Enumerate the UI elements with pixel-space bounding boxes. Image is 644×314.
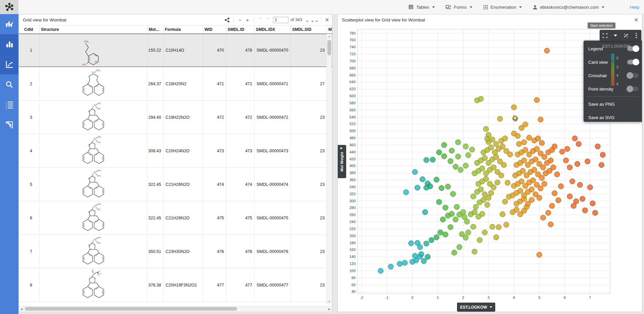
scrollbar-thumb[interactable] — [25, 307, 237, 311]
cell-cdid: 5 — [23, 168, 40, 201]
save-as-svg-item[interactable]: Save as SVG — [584, 111, 642, 124]
table-header: CdIdStructureMol...FormulaWIDSMDL.IDSMDL… — [19, 25, 332, 34]
molecule-structure — [79, 203, 108, 233]
svg-text:500: 500 — [350, 129, 356, 133]
sidebar-item-search[interactable] — [0, 74, 18, 95]
table-row[interactable]: 1150.22C10H14O470478SMDL-0000047023 — [19, 34, 332, 67]
molecule-structure — [79, 136, 108, 166]
svg-text:660: 660 — [350, 73, 356, 77]
scatter-points — [378, 48, 606, 273]
molecule-structure — [79, 68, 108, 99]
svg-text:740: 740 — [350, 45, 356, 49]
top-bar: Tables Forms Enumeration eblaskovics@che… — [18, 0, 644, 14]
table-row[interactable]: 7350.51C23H30N2O476476SMDL-0000047623 — [19, 235, 332, 268]
selection-mode-dropdown-icon[interactable] — [611, 32, 619, 40]
cell-wid: 474 — [203, 168, 226, 201]
svg-text:540: 540 — [350, 115, 356, 119]
legend-tick-label: 2 — [616, 65, 618, 69]
sidebar-item-analytics-view[interactable] — [0, 14, 18, 34]
table-row[interactable]: 4308.43C20H24N2O473473SMDL-0000047323 — [19, 134, 332, 168]
first-page-button[interactable]: ⌃ — [257, 16, 264, 23]
column-header-structure[interactable]: Structure — [40, 25, 147, 33]
table-row[interactable]: 2264.37C18H20N2471471SMDL-0000047127 — [19, 67, 332, 101]
legend-tick-label: 6 — [616, 82, 618, 86]
table-row[interactable]: 3294.40C19H22N2O472472SMDL-0000047223 — [19, 101, 332, 134]
molecule-structure — [79, 270, 108, 301]
scroll-down-icon[interactable]: ▼ — [327, 299, 332, 304]
plot-toolbar — [600, 30, 641, 41]
column-header-cdid[interactable]: CdId — [23, 25, 40, 33]
sidebar-item-list-view[interactable] — [0, 95, 18, 115]
sidebar-item-export[interactable] — [0, 115, 18, 135]
zoom-in-button[interactable]: + — [244, 16, 251, 23]
next-page-button[interactable]: ⌃ — [304, 16, 311, 23]
table-row[interactable]: 6322.45C21H26N2O475475SMDL-0000047523 — [19, 201, 332, 235]
vertical-scrollbar[interactable]: ▲ ▼ — [326, 34, 331, 304]
row-gutter — [19, 268, 23, 302]
scroll-right-icon[interactable]: ▶ — [327, 306, 332, 312]
svg-text:700: 700 — [350, 59, 356, 63]
cell-mol-weight: 264.37 — [147, 67, 164, 100]
x-axis-selector[interactable]: EST.LOGKOW — [457, 303, 495, 312]
cell-mol-weight: 294.40 — [147, 101, 164, 134]
cell-smdl-id: 474 — [226, 168, 255, 201]
sidebar-item-bar-chart-view[interactable] — [0, 34, 18, 54]
table-row[interactable]: 8376.38C20H19F3N2O2477477SMDL-0000047723 — [19, 268, 332, 302]
close-grid-view-icon[interactable]: ✕ — [324, 17, 330, 23]
magic-wand-icon[interactable] — [622, 32, 630, 40]
toggle-switch[interactable] — [627, 60, 639, 64]
cell-cdid: 3 — [23, 101, 40, 134]
svg-text:2: 2 — [462, 296, 464, 300]
column-header-formula[interactable]: Formula — [164, 25, 203, 33]
row-gutter — [19, 235, 23, 268]
legend-tick-label: 0 — [616, 56, 618, 60]
horizontal-scrollbar[interactable]: ◀ ▶ — [19, 306, 332, 311]
svg-text:80: 80 — [352, 276, 356, 280]
tables-menu[interactable]: Tables — [408, 4, 435, 10]
cell-formula: C23H30N2O — [164, 235, 203, 268]
cell-wid: 477 — [203, 268, 226, 302]
scroll-left-icon[interactable]: ◀ — [19, 306, 24, 312]
column-header-smdl-id[interactable]: SMDL.ID — [226, 25, 255, 33]
share-icon[interactable] — [223, 16, 231, 23]
svg-text:560: 560 — [350, 108, 356, 112]
save-as-png-item[interactable]: Save as PNG — [584, 97, 642, 111]
page-number-input[interactable] — [273, 17, 288, 23]
help-link[interactable]: Help — [630, 5, 639, 10]
toggle-switch[interactable] — [627, 73, 639, 78]
sidebar-item-scatter-view[interactable] — [0, 54, 18, 74]
svg-text:-2: -2 — [360, 296, 363, 300]
cell-cdid: 1 — [23, 34, 40, 66]
app-logo[interactable] — [0, 0, 18, 14]
column-header-smdl-idx[interactable]: SMDL.IDX — [255, 25, 291, 33]
zoom-out-button[interactable]: − — [236, 16, 244, 23]
user-menu[interactable]: eblaskovics@chemaxon.com — [533, 5, 604, 10]
row-gutter — [19, 168, 23, 201]
svg-text:220: 220 — [350, 227, 356, 231]
start-selection-tooltip: Start selection — [588, 22, 615, 29]
cell-smdl-id: 471 — [226, 67, 255, 100]
tables-label: Tables — [416, 5, 429, 10]
svg-text:120: 120 — [350, 262, 356, 266]
column-header-smdl-sid[interactable]: SMDL.SID — [291, 25, 327, 33]
cell-mol-weight: 322.45 — [147, 201, 164, 234]
cell-cdid: 8 — [23, 268, 40, 302]
rectangle-selection-icon[interactable] — [601, 32, 609, 40]
kebab-menu-icon[interactable] — [632, 32, 640, 40]
previous-page-button[interactable]: ⌃ — [264, 16, 272, 23]
scroll-up-icon[interactable]: ▲ — [327, 34, 332, 39]
cell-formula: C20H19F3N2O2 — [164, 268, 203, 302]
column-header-mol-[interactable]: Mol... — [147, 25, 164, 33]
svg-text:-1: -1 — [385, 296, 389, 300]
toggle-switch[interactable] — [627, 87, 639, 91]
y-axis-selector[interactable]: ▶ Mol Weight — [338, 145, 346, 178]
column-header-mo[interactable]: MO — [327, 25, 332, 33]
column-header-wid[interactable]: WID — [203, 25, 226, 33]
forms-menu[interactable]: Forms — [446, 5, 472, 10]
enumeration-menu[interactable]: Enumeration — [483, 5, 522, 10]
last-page-button[interactable]: ⌃⌃ — [311, 16, 318, 23]
row-gutter — [19, 134, 23, 167]
table-row[interactable]: 5322.45C21H26N2O474474SMDL-0000047423 — [19, 168, 332, 201]
scrollbar-thumb[interactable] — [327, 40, 331, 55]
table-body: 1150.22C10H14O470478SMDL-00000470232264.… — [19, 34, 332, 302]
